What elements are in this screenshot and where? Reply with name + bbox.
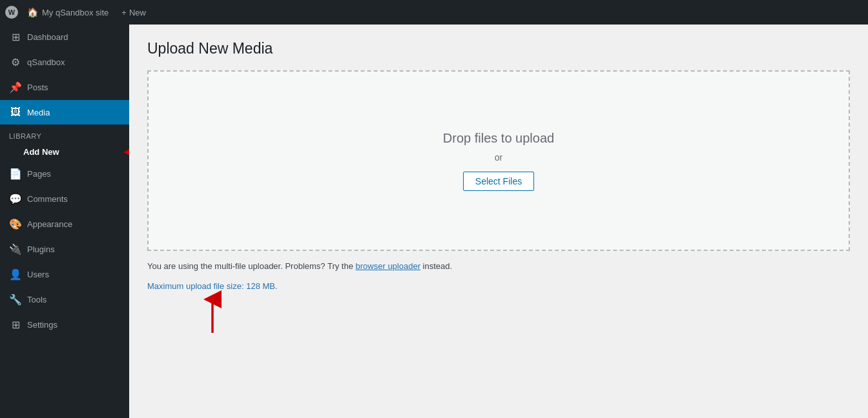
sidebar-item-settings[interactable]: ⊞ Settings [0,312,129,337]
sidebar-item-posts[interactable]: 📌 Posts [0,75,129,100]
sidebar-item-comments[interactable]: 💬 Comments [0,186,129,212]
add-new-label: Add New [23,147,59,157]
info-before: You are using the multi-file uploader. P… [147,261,356,271]
new-menu[interactable]: + New [115,8,152,17]
content-area: Upload New Media Drop files to upload or… [129,25,868,418]
max-size-text: Maximum upload file size: 128 MB. [147,281,278,291]
sidebar-item-label: Plugins [27,244,55,254]
sidebar-item-qsandbox[interactable]: ⚙ qSandbox [0,50,129,75]
sidebar-item-label: Media [27,108,50,117]
max-size-container: Maximum upload file size: 128 MB. [147,277,278,291]
main-layout: ⊞ Dashboard ⚙ qSandbox 📌 Posts 🖼 Media L… [0,25,868,418]
sidebar-item-plugins[interactable]: 🔌 Plugins [0,237,129,262]
sidebar-item-media[interactable]: 🖼 Media [0,100,129,124]
sidebar-sub-add-new[interactable]: Add New [0,143,129,161]
info-after: instead. [420,261,452,271]
sidebar-item-label: qSandbox [27,57,65,67]
wp-logo: W [5,6,18,19]
settings-icon: ⊞ [9,319,22,331]
media-section-label: Library [0,124,129,143]
sidebar-item-label: Users [27,270,49,279]
sidebar-item-label: Settings [27,320,57,330]
sidebar: ⊞ Dashboard ⚙ qSandbox 📌 Posts 🖼 Media L… [0,25,129,418]
dashboard-icon: ⊞ [9,31,22,43]
select-files-button[interactable]: Select Files [463,172,534,191]
users-icon: 👤 [9,268,22,281]
drop-text: Drop files to upload [443,131,554,146]
home-icon: 🏠 [27,7,38,17]
site-label: My qSandbox site [42,8,108,17]
upload-dropzone[interactable]: Drop files to upload or Select Files [147,70,850,251]
sidebar-item-users[interactable]: 👤 Users [0,262,129,287]
sidebar-item-label: Pages [27,169,51,179]
qsandbox-icon: ⚙ [9,56,22,68]
posts-icon: 📌 [9,81,22,94]
sidebar-item-label: Comments [27,194,68,204]
sidebar-item-tools[interactable]: 🔧 Tools [0,287,129,312]
site-link[interactable]: 🏠 My qSandbox site [21,7,115,17]
media-icon: 🖼 [9,106,22,118]
or-text: or [495,152,502,163]
pages-icon: 📄 [9,168,22,180]
sidebar-item-label: Appearance [27,219,72,229]
tools-icon: 🔧 [9,294,22,306]
new-label: New [129,8,146,17]
sidebar-item-label: Tools [27,295,46,304]
browser-uploader-link[interactable]: browser uploader [356,261,420,271]
sidebar-item-label: Posts [27,83,48,92]
top-bar: W 🏠 My qSandbox site + New [0,0,868,25]
annotation-arrow-addnew [126,143,129,162]
sidebar-item-appearance[interactable]: 🎨 Appearance [0,212,129,237]
plus-icon: + [121,8,127,17]
sidebar-item-label: Dashboard [27,32,68,42]
sidebar-item-dashboard[interactable]: ⊞ Dashboard [0,25,129,50]
page-title: Upload New Media [147,40,850,57]
comments-icon: 💬 [9,193,22,205]
sidebar-item-pages[interactable]: 📄 Pages [0,161,129,186]
appearance-icon: 🎨 [9,218,22,230]
annotation-arrow-maxsize [206,294,219,336]
uploader-info: You are using the multi-file uploader. P… [147,261,850,271]
plugins-icon: 🔌 [9,243,22,255]
